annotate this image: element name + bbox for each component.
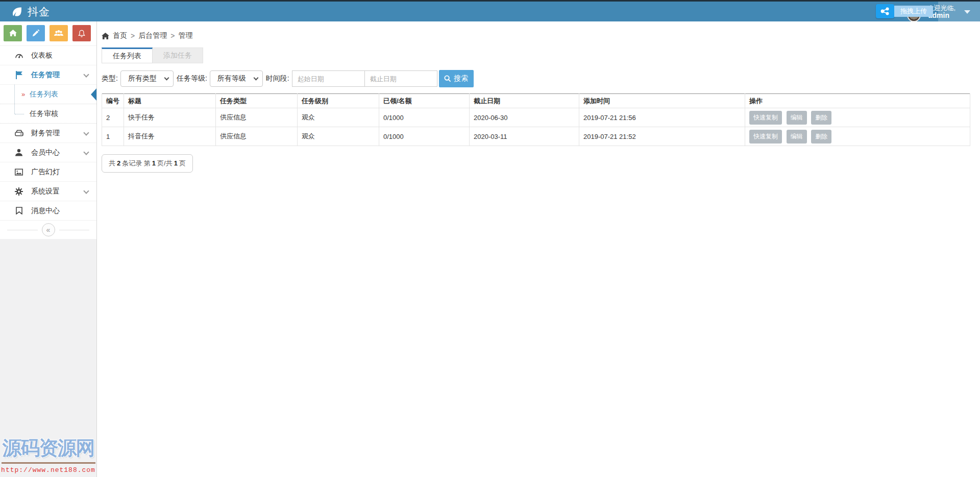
- shortcut-users-button[interactable]: [50, 25, 68, 41]
- pagination-current-page: 1: [151, 159, 157, 167]
- chevron-down-icon: [253, 76, 258, 81]
- sidebar-item-label: 系统设置: [31, 187, 60, 196]
- filter-bar: 类型: 所有类型 任务等级: 所有等级 时间段: 搜索: [102, 70, 970, 87]
- cell-deadline: 2020-03-11: [470, 127, 579, 146]
- table-row: 2 快手任务 供应信息 观众 0/1000 2020-06-30 2019-07…: [102, 108, 970, 127]
- cell-actions: 快速复制 编辑 删除: [745, 127, 970, 146]
- type-select[interactable]: 所有类型: [120, 70, 174, 87]
- pagination-text: 页: [179, 159, 186, 167]
- sidebar-shortcuts: [0, 21, 96, 46]
- breadcrumb-separator: >: [131, 32, 135, 40]
- sidebar-item-task-management[interactable]: 任务管理: [0, 65, 96, 85]
- shortcut-edit-button[interactable]: [27, 25, 45, 41]
- sidebar-item-label: 任务管理: [31, 70, 60, 80]
- pagination-text: 共: [109, 159, 115, 167]
- delete-button[interactable]: 删除: [811, 130, 831, 144]
- sidebar-item-settings[interactable]: 系统设置: [0, 182, 96, 201]
- cell-added: 2019-07-21 21:56: [579, 108, 745, 127]
- drag-upload-overlay[interactable]: 拖拽上传: [876, 4, 933, 18]
- cell-type: 供应信息: [216, 127, 298, 146]
- watermark-title: 源码资源网: [2, 435, 95, 464]
- search-button[interactable]: 搜索: [439, 70, 474, 87]
- cell-quota: 0/1000: [379, 127, 470, 146]
- gauge-icon: [14, 52, 23, 59]
- bookmark-icon: [14, 207, 23, 214]
- tab-bar: 任务列表 添加任务: [102, 47, 970, 63]
- period-filter-label: 时间段:: [266, 74, 289, 83]
- sidebar-item-ad-slides[interactable]: 广告幻灯: [0, 162, 96, 182]
- edit-button[interactable]: 编辑: [787, 111, 807, 125]
- type-filter-label: 类型:: [102, 74, 118, 83]
- watermark: 源码资源网 http://www.net188.com: [0, 435, 96, 474]
- bell-icon: [78, 30, 85, 37]
- breadcrumb-admin[interactable]: 后台管理: [138, 31, 167, 40]
- pagination-total-pages: 1: [173, 159, 179, 167]
- tab-add-task[interactable]: 添加任务: [153, 47, 203, 63]
- sidebar-item-task-list[interactable]: » 任务列表: [0, 85, 96, 104]
- sidebar-collapse-button[interactable]: «: [42, 223, 55, 236]
- sidebar-item-label: 会员中心: [31, 148, 60, 157]
- chevron-down-icon: [83, 149, 89, 155]
- sidebar-footer-area: 源码资源网 http://www.net188.com: [0, 239, 96, 477]
- pagination-total: 2: [115, 159, 122, 167]
- cell-id: 1: [102, 127, 124, 146]
- sidebar-item-label: 广告幻灯: [31, 168, 60, 177]
- delete-button[interactable]: 删除: [811, 111, 831, 125]
- breadcrumb-separator: >: [170, 32, 175, 40]
- search-icon: [444, 75, 451, 82]
- divider: [59, 230, 90, 230]
- quick-copy-button[interactable]: 快速复制: [749, 130, 782, 144]
- sidebar-item-label: 任务审核: [30, 109, 58, 118]
- column-header-title: 标题: [124, 94, 216, 108]
- column-header-id: 编号: [102, 94, 124, 108]
- flag-icon: [14, 71, 23, 79]
- level-filter-label: 任务等级:: [177, 74, 207, 83]
- end-date-input[interactable]: [364, 70, 437, 87]
- sidebar-item-label: 任务列表: [30, 90, 58, 99]
- pagination-text: 页/共: [157, 159, 173, 167]
- sidebar-item-label: 仪表板: [31, 51, 53, 60]
- cell-added: 2019-07-21 21:52: [579, 127, 745, 146]
- watermark-url[interactable]: http://www.net188.com: [0, 466, 96, 474]
- sidebar-item-messages[interactable]: 消息中心: [0, 201, 96, 221]
- search-button-label: 搜索: [454, 74, 468, 83]
- column-header-deadline: 截止日期: [470, 94, 579, 108]
- home-icon: [9, 30, 17, 37]
- pagination-summary: 共2条记录 第1页/共1页: [102, 154, 193, 173]
- sidebar-item-label: 财务管理: [31, 129, 60, 138]
- pencil-icon: [32, 30, 39, 37]
- cell-level: 观众: [298, 127, 379, 146]
- sidebar-item-task-review[interactable]: 任务审核: [0, 104, 96, 124]
- shortcut-home-button[interactable]: [4, 25, 22, 41]
- level-select[interactable]: 所有等级: [210, 70, 263, 87]
- start-date-input[interactable]: [292, 70, 365, 87]
- column-header-added: 添加时间: [579, 94, 745, 108]
- tree-connector: [15, 114, 24, 114]
- sidebar-item-finance[interactable]: 财务管理: [0, 124, 96, 143]
- cell-deadline: 2020-06-30: [470, 108, 579, 127]
- shortcut-notifications-button[interactable]: [72, 25, 91, 41]
- tab-task-list[interactable]: 任务列表: [102, 47, 153, 63]
- gear-icon: [14, 187, 23, 196]
- level-select-value: 所有等级: [217, 74, 246, 83]
- sidebar-item-members[interactable]: 会员中心: [0, 143, 96, 162]
- column-header-quota: 已领/名额: [379, 94, 470, 108]
- cloud-share-icon[interactable]: [876, 4, 894, 18]
- quick-copy-button[interactable]: 快速复制: [749, 111, 782, 125]
- cell-type: 供应信息: [216, 108, 298, 127]
- users-icon: [54, 30, 63, 37]
- caret-down-icon[interactable]: [964, 10, 970, 14]
- edit-button[interactable]: 编辑: [787, 130, 807, 144]
- breadcrumb-manage: 管理: [178, 31, 192, 40]
- sidebar-item-dashboard[interactable]: 仪表板: [0, 46, 96, 65]
- drag-upload-tooltip: 拖拽上传: [894, 6, 933, 17]
- breadcrumb-home[interactable]: 首页: [113, 31, 127, 40]
- task-management-submenu: » 任务列表 任务审核: [0, 85, 96, 124]
- chevron-down-icon: [83, 130, 89, 135]
- top-navbar: 抖金 欢迎光临, admin 拖拽上传: [0, 2, 980, 21]
- brand[interactable]: 抖金: [11, 2, 50, 21]
- column-header-level: 任务级别: [298, 94, 379, 108]
- cell-level: 观众: [298, 108, 379, 127]
- pagination-text: 条记录 第: [122, 159, 151, 167]
- image-icon: [14, 169, 23, 176]
